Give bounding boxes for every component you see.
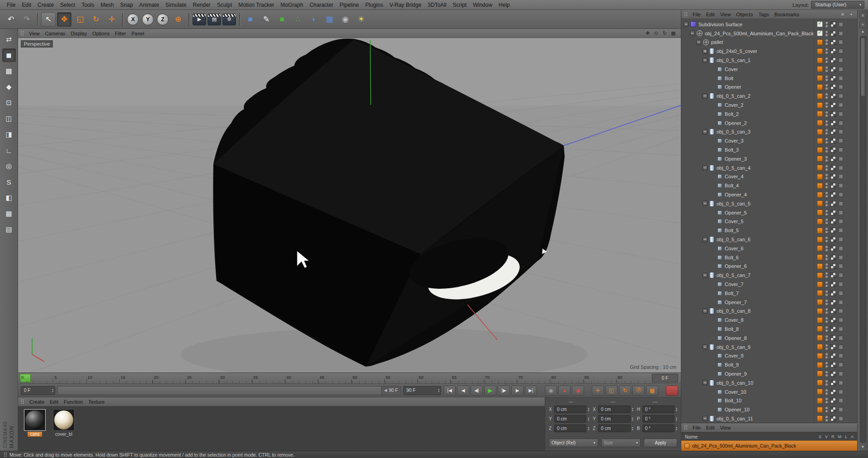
record-rotation-button[interactable]: ↻ [619,386,631,396]
material-tag-icon[interactable] [817,120,823,126]
visibility-dots-icon[interactable] [826,67,828,72]
material-tag-icon[interactable] [817,192,823,198]
material-tag-icon[interactable] [817,39,823,45]
render-tag-icon[interactable] [839,273,843,277]
material-tag-icon[interactable] [817,245,823,251]
record-objects-button[interactable]: ◉ [545,386,557,396]
spinner-arrows-icon[interactable]: ▴▾ [676,417,677,421]
viewport-menu-item[interactable]: View [26,30,42,37]
material-tag-icon[interactable] [817,380,823,386]
camera-button[interactable]: ◉ [338,12,353,27]
render-tag-icon[interactable] [839,309,843,313]
autokeying-button[interactable]: ● [558,386,571,396]
deformers-button[interactable]: ◗ [307,12,321,27]
material-tag-icon[interactable] [817,299,823,305]
visibility-dots-icon[interactable] [826,362,828,367]
object-icon[interactable] [717,67,722,72]
spinner-arrows-icon[interactable]: ▴▾ [438,388,439,393]
display-tag-icon[interactable] [830,300,836,305]
visibility-dots-icon[interactable] [826,201,828,206]
play-button[interactable]: ▶ [484,386,496,396]
tree-row[interactable]: obj_0_5_can_10 [681,378,857,387]
panel-grip[interactable] [20,31,24,36]
expander-icon[interactable] [710,138,715,143]
tree-row[interactable]: Bolt_3 [681,145,857,154]
column-header[interactable]: L [845,434,847,439]
material-tag-icon[interactable] [817,165,823,171]
panel-grip[interactable] [684,12,688,17]
render-tag-icon[interactable] [839,210,843,215]
visibility-dots-icon[interactable] [826,237,828,242]
material-tag-icon[interactable] [817,290,823,296]
object-icon[interactable] [709,380,714,386]
visibility-dots-icon[interactable] [826,165,828,171]
spinner-arrows-icon[interactable]: ▴▾ [676,407,677,412]
polygons-mode-button[interactable]: ◨ [2,128,16,141]
object-icon[interactable] [709,308,714,314]
panel-pin-icon[interactable]: ▪ [848,11,854,18]
visibility-dots-icon[interactable] [826,300,828,305]
expander-icon[interactable] [710,282,715,287]
render-tag-icon[interactable] [839,345,843,349]
render-tag-icon[interactable] [839,192,843,197]
display-tag-icon[interactable] [830,183,836,188]
visibility-dots-icon[interactable] [826,353,828,358]
render-tag-icon[interactable] [839,58,843,62]
materials-menu-item[interactable]: Texture [85,399,107,405]
object-icon[interactable] [717,192,722,197]
material-tag-icon[interactable] [817,147,823,153]
subdivision-surface-button[interactable]: ■ [275,12,289,27]
spline-pen-button[interactable]: ✎ [259,12,274,27]
tree-row[interactable]: obj_0_5_can_2 [681,91,857,100]
object-icon[interactable] [717,183,722,188]
visibility-dots-icon[interactable] [826,183,828,188]
object-icon[interactable] [717,255,722,260]
position-z-field[interactable]: 0 cm [554,425,586,432]
object-icon[interactable] [717,246,722,251]
render-tag-icon[interactable] [839,148,843,152]
menu-item[interactable]: Pipeline [336,1,362,9]
visibility-dots-icon[interactable] [826,263,828,269]
points-mode-button[interactable]: ⊡ [2,96,16,110]
expander-icon[interactable] [684,22,689,27]
spinner-arrows-icon[interactable]: ▴▾ [588,407,589,412]
visibility-dots-icon[interactable] [826,272,828,278]
object-icon[interactable] [717,372,722,376]
x-axis-lock-button[interactable]: X [127,14,139,25]
visibility-dots-icon[interactable] [826,228,828,233]
material-tag-icon[interactable] [817,102,823,108]
rotation-h-field[interactable]: 0 ° [642,406,675,413]
display-tag-icon[interactable] [830,165,836,171]
record-options-button[interactable]: ◉ [572,386,584,396]
viewport-canvas[interactable] [18,38,681,372]
visibility-dots-icon[interactable] [826,219,828,224]
expander-icon[interactable] [710,219,715,224]
visibility-dots-icon[interactable] [826,22,828,27]
expander-icon[interactable] [710,85,715,90]
tree-row[interactable]: obj_24_Pcs_500ml_Aluminium_Can_Pack_Blac… [681,29,857,38]
tree-row[interactable]: Opener_6 [681,262,857,271]
render-tag-icon[interactable] [839,390,843,394]
y-axis-lock-button[interactable]: Y [142,14,154,25]
size-x-field[interactable]: 0 cm [598,406,630,413]
render-tag-icon[interactable] [839,282,843,286]
tree-row[interactable]: Bolt_6 [681,253,857,262]
render-tag-icon[interactable] [839,94,843,98]
render-tag-icon[interactable] [839,121,843,125]
tree-row[interactable]: Opener_9 [681,369,857,378]
display-tag-icon[interactable] [830,219,836,224]
render-tag-icon[interactable] [839,166,843,170]
render-tag-icon[interactable] [839,49,843,53]
visibility-dots-icon[interactable] [826,31,828,36]
column-header[interactable]: A [851,434,854,439]
material-tag-icon[interactable] [817,21,823,27]
tree-row[interactable]: pallet [681,38,857,47]
display-tag-icon[interactable] [830,93,836,99]
display-tag-icon[interactable] [830,39,836,45]
tree-row[interactable]: Opener_8 [681,334,857,343]
object-icon[interactable] [717,121,722,125]
viewport-menu-item[interactable]: Display [68,30,90,37]
expander-icon[interactable] [710,353,715,358]
scale-tool-button[interactable]: ◱ [73,12,87,27]
tree-row[interactable]: obj_0_5_can_7 [681,271,857,280]
